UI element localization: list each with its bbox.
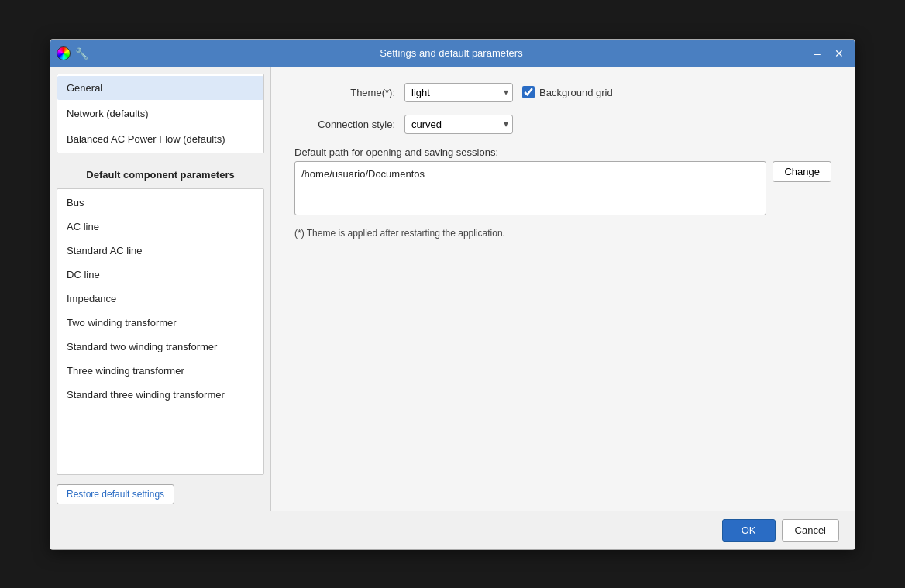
sidebar-top-section: General Network (defaults) Balanced AC P… [57,74,264,153]
list-item[interactable]: Impedance [57,287,263,311]
connection-style-label: Connection style: [294,119,395,130]
dialog-body: General Network (defaults) Balanced AC P… [50,67,855,511]
sidebar-item-network[interactable]: Network (defaults) [57,101,263,126]
theme-note: (*) Theme is applied after restarting th… [294,228,831,239]
change-button[interactable]: Change [773,161,831,182]
titlebar-title: Settings and default parameters [95,47,808,59]
restore-default-settings-button[interactable]: Restore default settings [57,484,174,504]
background-grid-checkbox[interactable] [522,86,535,98]
sidebar: General Network (defaults) Balanced AC P… [50,67,271,511]
theme-select-wrapper: lightdarksystem [404,83,513,102]
sidebar-restore: Restore default settings [57,484,264,504]
theme-select[interactable]: lightdarksystem [404,83,513,102]
background-grid-row: Background grid [522,86,613,98]
path-section: Default path for opening and saving sess… [294,146,831,215]
titlebar-icons: 🔧 [57,46,88,60]
minimize-button[interactable]: – [808,44,827,63]
dialog-footer: OK Cancel [50,511,855,549]
cancel-button[interactable]: Cancel [782,519,839,542]
sidebar-list[interactable]: BusAC lineStandard AC lineDC lineImpedan… [57,189,263,474]
theme-label: Theme(*): [294,87,395,98]
theme-row: Theme(*): lightdarksystem Background gri… [294,83,831,102]
ok-button[interactable]: OK [722,519,776,542]
list-item[interactable]: Standard two winding transformer [57,335,263,359]
connection-style-select[interactable]: curvedstraightstep [404,115,513,134]
close-button[interactable]: ✕ [830,44,848,63]
settings-dialog: 🔧 Settings and default parameters – ✕ Ge… [50,39,855,550]
list-item[interactable]: DC line [57,263,263,287]
main-content: Theme(*): lightdarksystem Background gri… [271,67,855,511]
background-grid-label: Background grid [539,87,613,98]
app-icon [57,46,71,60]
path-section-label: Default path for opening and saving sess… [294,146,831,158]
path-textarea[interactable] [294,161,766,215]
list-item[interactable]: Standard three winding transformer [57,383,263,407]
connection-style-select-wrapper: curvedstraightstep [404,115,513,134]
sidebar-item-general[interactable]: General [57,76,263,100]
sidebar-item-balanced-ac[interactable]: Balanced AC Power Flow (defaults) [57,127,263,151]
connection-style-row: Connection style: curvedstraightstep [294,115,831,134]
titlebar: 🔧 Settings and default parameters – ✕ [50,40,855,67]
path-row: Change [294,161,831,215]
sidebar-section-title: Default component parameters [57,163,264,185]
sidebar-list-container: BusAC lineStandard AC lineDC lineImpedan… [57,188,264,475]
titlebar-controls: – ✕ [808,44,848,63]
list-item[interactable]: AC line [57,215,263,239]
list-item[interactable]: Bus [57,191,263,215]
wrench-icon: 🔧 [75,47,88,60]
list-item[interactable]: Two winding transformer [57,311,263,335]
list-item[interactable]: Three winding transformer [57,359,263,383]
list-item[interactable]: Standard AC line [57,239,263,263]
